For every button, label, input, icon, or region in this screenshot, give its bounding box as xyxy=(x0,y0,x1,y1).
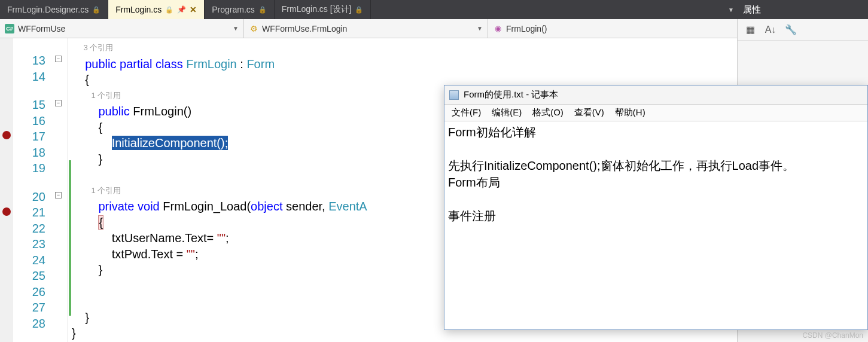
menu-format[interactable]: 格式(O) xyxy=(532,107,564,118)
menu-edit[interactable]: 编辑(E) xyxy=(492,107,522,118)
method-icon: ◉ xyxy=(493,24,502,33)
lock-icon: 🔒 xyxy=(258,6,267,14)
tab-designer[interactable]: FrmLogin.Designer.cs🔒 xyxy=(0,0,108,19)
fold-toggle[interactable]: − xyxy=(55,192,62,199)
line-number-gutter: 1314 1516171819 202122232425262728 xyxy=(13,38,51,342)
class-selector[interactable]: ⚙WFFormUse.FrmLogin▼ xyxy=(244,19,488,38)
selected-text: InitializeComponent(); xyxy=(112,136,229,150)
fold-gutter[interactable]: − − − xyxy=(51,38,68,342)
notepad-icon xyxy=(449,90,459,100)
tab-design[interactable]: FrmLogin.cs [设计]🔒 xyxy=(275,0,371,19)
watermark: CSDN @ChanMon xyxy=(802,331,863,340)
close-icon[interactable]: ✕ xyxy=(190,5,197,14)
properties-panel-title: 属性 xyxy=(737,0,868,19)
lock-icon: 🔒 xyxy=(165,6,173,14)
properties-toolbar: ▦ A↓ 🔧 xyxy=(738,19,868,41)
menu-view[interactable]: 查看(V) xyxy=(574,107,604,118)
document-tabbar: FrmLogin.Designer.cs🔒 FrmLogin.cs🔒📌✕ Pro… xyxy=(0,0,868,19)
notepad-titlebar[interactable]: Form的使用.txt - 记事本 xyxy=(444,86,867,105)
notepad-menubar: 文件(F) 编辑(E) 格式(O) 查看(V) 帮助(H) xyxy=(444,105,867,121)
lock-icon: 🔒 xyxy=(92,6,100,14)
tab-program[interactable]: Program.cs🔒 xyxy=(205,0,275,19)
chevron-down-icon: ▼ xyxy=(477,25,483,32)
codelens-refs[interactable]: 1 个引用 xyxy=(92,186,121,195)
fold-toggle[interactable]: − xyxy=(55,100,62,106)
wrench-icon[interactable]: 🔧 xyxy=(784,23,797,36)
breakpoint-gutter[interactable] xyxy=(0,38,13,342)
chevron-down-icon: ▼ xyxy=(233,25,239,32)
fold-toggle[interactable]: − xyxy=(55,56,62,62)
notepad-title-text: Form的使用.txt - 记事本 xyxy=(464,89,558,100)
alphabetical-icon[interactable]: A↓ xyxy=(764,23,777,36)
pin-icon[interactable]: 📌 xyxy=(177,5,186,14)
breakpoint-icon[interactable] xyxy=(2,131,11,139)
csharp-icon: C# xyxy=(5,24,14,33)
notepad-window[interactable]: Form的使用.txt - 记事本 文件(F) 编辑(E) 格式(O) 查看(V… xyxy=(444,85,868,330)
menu-help[interactable]: 帮助(H) xyxy=(615,107,645,118)
class-icon: ⚙ xyxy=(249,24,258,33)
scope-selector[interactable]: C#WFFormUse▼ xyxy=(0,19,244,38)
categorized-icon[interactable]: ▦ xyxy=(744,23,757,36)
codelens-refs[interactable]: 3 个引用 xyxy=(84,43,114,52)
lock-icon: 🔒 xyxy=(355,6,363,14)
tab-frmlogin[interactable]: FrmLogin.cs🔒📌✕ xyxy=(108,0,205,19)
brace-highlight: { xyxy=(98,215,103,230)
notepad-text-area[interactable]: Form初始化详解 先执行InitializeComponent();窗体初始化… xyxy=(444,121,867,227)
codelens-refs[interactable]: 1 个引用 xyxy=(92,91,121,100)
tab-overflow-dropdown[interactable]: ▼ xyxy=(725,0,737,19)
menu-file[interactable]: 文件(F) xyxy=(452,107,481,118)
breakpoint-icon[interactable] xyxy=(2,207,11,216)
